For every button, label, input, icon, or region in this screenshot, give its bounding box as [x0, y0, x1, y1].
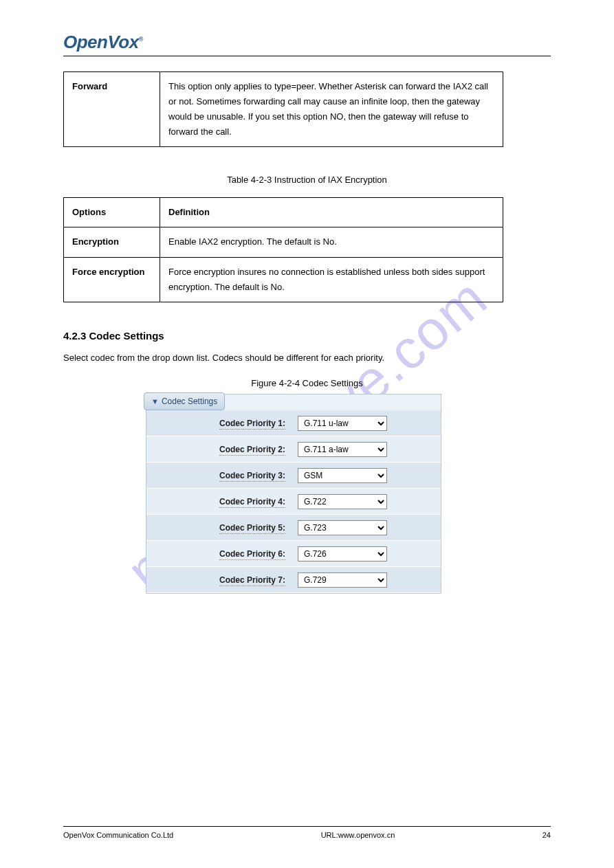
logo-vox: Vox — [107, 32, 138, 52]
footer-page-number: 24 — [542, 831, 551, 839]
codec-label: Codec Priority 4: — [146, 497, 298, 507]
table-header-options: Options — [64, 198, 160, 227]
footer-company: OpenVox Communication Co.Ltd — [63, 831, 173, 839]
figure-caption: Figure 4-2-4 Codec Settings — [63, 378, 551, 388]
codec-priority-3-select[interactable]: GSM — [298, 468, 387, 483]
table-encryption: Options Definition Encryption Enable IAX… — [63, 197, 503, 302]
section-heading: 4.2.3 Codec Settings — [63, 330, 551, 342]
table-cell-desc: Force encryption insures no connection i… — [160, 257, 503, 302]
codec-row: Codec Priority 7:G.729 — [146, 567, 441, 593]
table-cell-desc: This option only applies to type=peer. W… — [160, 72, 503, 147]
header-rule — [63, 56, 551, 56]
codec-settings-panel: ▼Codec Settings Codec Priority 1:G.711 u… — [146, 394, 441, 594]
codec-label: Codec Priority 3: — [146, 471, 298, 480]
table-cell-option: Force encryption — [64, 257, 160, 302]
codec-label: Codec Priority 2: — [146, 445, 298, 454]
codec-label: Codec Priority 1: — [146, 419, 298, 428]
codec-priority-5-select[interactable]: G.723 — [298, 520, 387, 535]
codec-row: Codec Priority 2:G.711 a-law — [146, 436, 441, 463]
codec-rows: Codec Priority 1:G.711 u-law Codec Prior… — [146, 410, 441, 593]
codec-row: Codec Priority 5:G.723 — [146, 515, 441, 541]
logo-open: Open — [63, 32, 107, 52]
codec-priority-1-select[interactable]: G.711 u-law — [298, 416, 387, 431]
table-cell-option: Encryption — [64, 227, 160, 257]
table-caption: Table 4-2-3 Instruction of IAX Encryptio… — [63, 175, 551, 185]
codec-priority-6-select[interactable]: G.726 — [298, 546, 387, 561]
table-row: Options Definition — [64, 198, 503, 227]
codec-priority-7-select[interactable]: G.729 — [298, 572, 387, 588]
codec-row: Codec Priority 3:GSM — [146, 463, 441, 489]
footer-url: URL:www.openvox.cn — [321, 831, 395, 839]
table-row: Force encryption Force encryption insure… — [64, 257, 503, 302]
table-forward: Forward This option only applies to type… — [63, 71, 503, 147]
section-body: Select codec from the drop down list. Co… — [63, 350, 551, 366]
collapse-icon: ▼ — [151, 397, 159, 405]
panel-header[interactable]: ▼Codec Settings — [144, 392, 225, 410]
codec-row: Codec Priority 4:G.722 — [146, 489, 441, 515]
table-cell-option: Forward — [64, 72, 160, 147]
codec-label: Codec Priority 6: — [146, 549, 298, 559]
panel-title: Codec Settings — [162, 397, 217, 406]
codec-label: Codec Priority 7: — [146, 575, 298, 585]
codec-label: Codec Priority 5: — [146, 523, 298, 533]
logo-registered: ® — [139, 36, 143, 43]
table-row: Encryption Enable IAX2 encryption. The d… — [64, 227, 503, 257]
codec-row: Codec Priority 1:G.711 u-law — [146, 410, 441, 436]
logo: OpenVox® — [63, 32, 551, 53]
table-header-definition: Definition — [160, 198, 503, 227]
table-row: Forward This option only applies to type… — [64, 72, 503, 147]
page-footer: OpenVox Communication Co.Ltd URL:www.ope… — [63, 826, 551, 839]
codec-row: Codec Priority 6:G.726 — [146, 541, 441, 567]
codec-priority-4-select[interactable]: G.722 — [298, 494, 387, 509]
table-cell-desc: Enable IAX2 encryption. The default is N… — [160, 227, 503, 257]
codec-priority-2-select[interactable]: G.711 a-law — [298, 442, 387, 457]
